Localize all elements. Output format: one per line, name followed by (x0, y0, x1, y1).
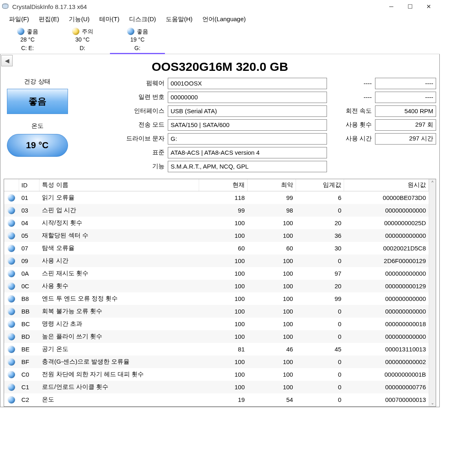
col-raw[interactable]: 원시값 (344, 179, 429, 191)
smart-name: 로드/언로드 사이클 횟수 (39, 381, 199, 393)
close-button[interactable]: ✕ (419, 0, 438, 13)
info-value[interactable]: ATA8-ACS | ATA8-ACS version 4 (168, 147, 327, 158)
col-status[interactable] (4, 179, 19, 191)
disk-tab-0[interactable]: 좋음28 °CC: E: (0, 27, 55, 54)
info-value[interactable]: SATA/150 | SATA/600 (168, 119, 327, 131)
status-orb-icon (8, 283, 15, 290)
smart-raw: 00000BE073D0 (344, 191, 429, 204)
smart-name: 충격(G-센스)으로 발생한 오류율 (39, 355, 199, 368)
smart-threshold: 0 (296, 330, 344, 343)
col-worst[interactable]: 최악 (248, 179, 296, 191)
menu-disk[interactable]: 디스크(D) (124, 15, 161, 24)
smart-row[interactable]: 03스핀 업 시간99980000000000000 (4, 204, 429, 217)
smart-name: 시작/정지 횟수 (39, 217, 199, 229)
maximize-button[interactable]: ☐ (401, 0, 419, 13)
disk-tab-2[interactable]: 좋음19 °CG: (110, 27, 165, 54)
smart-current: 60 (199, 242, 248, 254)
smart-worst: 98 (248, 204, 296, 217)
info-value[interactable]: 0001OOSX (168, 78, 327, 89)
menu-help[interactable]: 도움말(H) (161, 15, 197, 24)
menu-language[interactable]: 언어(Language) (197, 15, 251, 24)
disk-drives: D: (55, 44, 110, 52)
status-orb-icon (8, 358, 15, 366)
info-value[interactable]: G: (168, 133, 327, 145)
smart-row[interactable]: 05재할당된 섹터 수10010036000000000000 (4, 229, 429, 242)
col-name[interactable]: 특성 이름 (39, 179, 199, 191)
smart-name: 사용 횟수 (39, 280, 199, 292)
col-threshold[interactable]: 임계값 (296, 179, 344, 191)
smart-name: 읽기 오류율 (39, 191, 199, 204)
disk-drives: G: (110, 44, 165, 52)
info-value[interactable]: ---- (375, 92, 436, 103)
info-value[interactable]: 5400 RPM (375, 105, 436, 117)
smart-row[interactable]: C5보류 중인 섹터 수1001000000000000000 (4, 406, 429, 407)
smart-current: 100 (199, 292, 248, 305)
smart-current: 100 (199, 355, 248, 368)
smart-name: 전원 차단에 의한 자기 헤드 대피 횟수 (39, 368, 199, 381)
col-id[interactable]: ID (19, 179, 39, 191)
smart-row[interactable]: C1로드/언로드 사이클 횟수1001000000000000776 (4, 381, 429, 393)
smart-row[interactable]: 07탐색 오류율60603000020021D5C8 (4, 242, 429, 254)
smart-threshold: 0 (296, 305, 344, 318)
smart-id: C5 (19, 406, 39, 407)
smart-id: 01 (19, 191, 39, 204)
smart-worst: 100 (248, 318, 296, 330)
smart-row[interactable]: C2온도19540000700000013 (4, 393, 429, 406)
menu-function[interactable]: 기능(U) (64, 15, 94, 24)
smart-current: 19 (199, 393, 248, 406)
smart-worst: 54 (248, 393, 296, 406)
info-value[interactable]: S.M.A.R.T., APM, NCQ, GPL (168, 161, 327, 172)
menu-file[interactable]: 파일(F) (4, 15, 34, 24)
info-row: 펌웨어0001OOSX (74, 78, 327, 89)
smart-current: 100 (199, 305, 248, 318)
info-value[interactable]: 297 회 (375, 119, 436, 131)
smart-row[interactable]: BD높은 플라이 쓰기 횟수1001000000000000000 (4, 330, 429, 343)
menu-edit[interactable]: 편집(E) (34, 15, 64, 24)
disk-drives: C: E: (0, 44, 55, 52)
info-key: 회전 속도 (330, 107, 375, 115)
info-key: 전송 모드 (74, 121, 168, 129)
smart-row[interactable]: 0A스핀 재시도 횟수10010097000000000000 (4, 267, 429, 280)
smart-raw: 000013110013 (344, 343, 429, 355)
info-row: 전송 모드SATA/150 | SATA/600 (74, 119, 327, 131)
minimize-button[interactable]: ─ (382, 0, 401, 13)
smart-row[interactable]: B8엔드 투 엔드 오류 정정 횟수10010099000000000000 (4, 292, 429, 305)
info-value[interactable]: USB (Serial ATA) (168, 105, 327, 117)
info-value[interactable]: ---- (375, 78, 436, 89)
status-orb-icon (8, 346, 15, 353)
disk-strip: 좋음28 °CC: E:주의30 °CD:좋음19 °CG: (0, 26, 440, 54)
smart-current: 100 (199, 381, 248, 393)
status-orb-icon (8, 270, 15, 277)
smart-row[interactable]: BE공기 온도814645000013110013 (4, 343, 429, 355)
smart-raw: 00020021D5C8 (344, 242, 429, 254)
disk-tab-1[interactable]: 주의30 °CD: (55, 27, 110, 54)
smart-worst: 100 (248, 381, 296, 393)
smart-row[interactable]: BB회복 불가능 오류 횟수1001000000000000000 (4, 305, 429, 318)
smart-row[interactable]: 04시작/정지 횟수1001002000000000025D (4, 217, 429, 229)
scrollbar[interactable]: ^ ⌄ (429, 179, 436, 406)
smart-threshold: 20 (296, 280, 344, 292)
smart-current: 100 (199, 318, 248, 330)
smart-id: BF (19, 355, 39, 368)
temperature-value[interactable]: 19 °C (7, 134, 68, 157)
disk-temp: 19 °C (110, 35, 165, 44)
smart-row[interactable]: 09사용 시간10010002D6F00000129 (4, 254, 429, 267)
smart-row[interactable]: 01읽기 오류율11899600000BE073D0 (4, 191, 429, 204)
col-current[interactable]: 현재 (199, 179, 248, 191)
smart-row[interactable]: BC명령 시간 초과1001000000000000018 (4, 318, 429, 330)
main-panel: ◀ OOS320G16M 320.0 GB 건강 상태 좋음 온도 19 °C … (0, 54, 440, 407)
health-status[interactable]: 좋음 (7, 89, 68, 114)
smart-row[interactable]: BF충격(G-센스)으로 발생한 오류율1001000000000000002 (4, 355, 429, 368)
smart-row[interactable]: 0C사용 횟수10010020000000000129 (4, 280, 429, 292)
smart-threshold: 20 (296, 217, 344, 229)
scroll-up-icon[interactable]: ^ (429, 179, 436, 186)
disk-temp: 28 °C (0, 35, 55, 44)
menu-theme[interactable]: 테마(T) (94, 15, 124, 24)
scroll-down-icon[interactable]: ⌄ (429, 399, 436, 406)
info-value[interactable]: 297 시간 (375, 133, 436, 145)
smart-raw: 000700000013 (344, 393, 429, 406)
smart-row[interactable]: C0전원 차단에 의한 자기 헤드 대피 횟수10010000000000000… (4, 368, 429, 381)
smart-worst: 100 (248, 229, 296, 242)
info-value[interactable]: 00000000 (168, 92, 327, 103)
smart-threshold: 0 (296, 393, 344, 406)
